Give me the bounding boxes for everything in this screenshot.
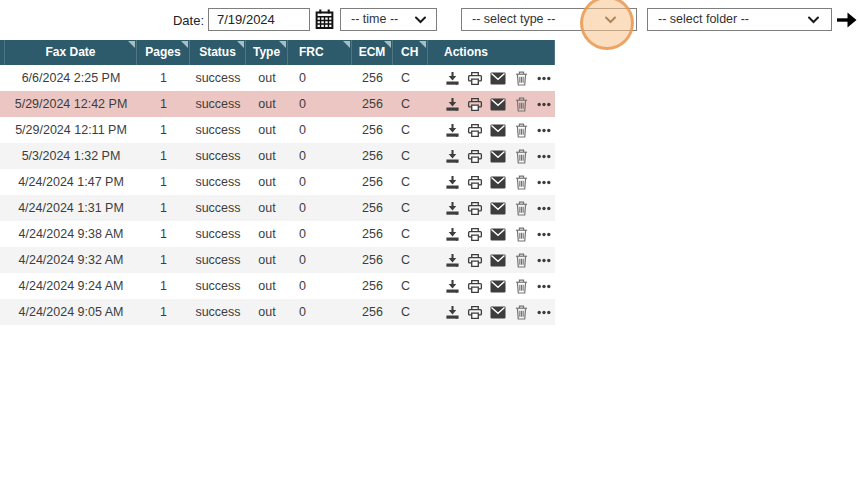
cell-ecm: 256 bbox=[352, 247, 393, 273]
cell-frc: 0 bbox=[288, 273, 352, 299]
column-header-frc[interactable]: FRC bbox=[288, 40, 352, 65]
cell-status: success bbox=[190, 91, 246, 117]
date-input[interactable] bbox=[208, 8, 310, 31]
delete-button[interactable] bbox=[513, 174, 529, 190]
column-header-fax-date[interactable]: Fax Date bbox=[5, 40, 137, 65]
folder-select[interactable]: -- select folder -- bbox=[647, 8, 832, 31]
column-header-label: FRC bbox=[299, 45, 324, 59]
cell-fax-date: 5/29/2024 12:11 PM bbox=[5, 117, 137, 143]
print-button[interactable] bbox=[467, 200, 483, 216]
calendar-button[interactable] bbox=[314, 8, 336, 31]
delete-button[interactable] bbox=[513, 122, 529, 138]
column-header-type[interactable]: Type bbox=[246, 40, 288, 65]
cell-pages: 1 bbox=[137, 117, 190, 143]
table-row: 4/24/2024 9:38 AM1successout0256C bbox=[0, 221, 555, 247]
table-row: 4/24/2024 9:32 AM1successout0256C bbox=[0, 247, 555, 273]
print-button[interactable] bbox=[467, 226, 483, 242]
delete-button[interactable] bbox=[513, 70, 529, 86]
delete-button[interactable] bbox=[513, 252, 529, 268]
column-header-pages[interactable]: Pages bbox=[137, 40, 190, 65]
time-select[interactable]: -- time -- bbox=[340, 8, 437, 31]
cell-ch: C bbox=[393, 65, 428, 91]
download-button[interactable] bbox=[444, 226, 460, 242]
more-button[interactable] bbox=[536, 252, 552, 268]
calendar-icon bbox=[314, 8, 336, 31]
cell-type: out bbox=[246, 65, 288, 91]
email-button[interactable] bbox=[490, 148, 506, 164]
cell-pages: 1 bbox=[137, 299, 190, 325]
column-header-ecm[interactable]: ECM bbox=[352, 40, 393, 65]
more-button[interactable] bbox=[536, 278, 552, 294]
delete-button[interactable] bbox=[513, 304, 529, 320]
download-button[interactable] bbox=[444, 122, 460, 138]
download-button[interactable] bbox=[444, 278, 460, 294]
print-button[interactable] bbox=[467, 96, 483, 112]
cell-type: out bbox=[246, 169, 288, 195]
more-button[interactable] bbox=[536, 96, 552, 112]
download-button[interactable] bbox=[444, 252, 460, 268]
print-button[interactable] bbox=[467, 70, 483, 86]
go-button[interactable] bbox=[836, 10, 858, 30]
download-button[interactable] bbox=[444, 200, 460, 216]
email-button[interactable] bbox=[490, 70, 506, 86]
more-icon bbox=[537, 154, 551, 159]
type-select-value: -- select type -- bbox=[472, 12, 555, 26]
email-button[interactable] bbox=[490, 174, 506, 190]
delete-button[interactable] bbox=[513, 96, 529, 112]
cell-actions bbox=[428, 299, 555, 325]
more-button[interactable] bbox=[536, 304, 552, 320]
cell-frc: 0 bbox=[288, 195, 352, 221]
more-button[interactable] bbox=[536, 226, 552, 242]
print-button[interactable] bbox=[467, 252, 483, 268]
column-header-ch[interactable]: CH bbox=[393, 40, 428, 65]
type-select[interactable]: -- select type -- bbox=[461, 8, 637, 31]
print-button[interactable] bbox=[467, 174, 483, 190]
email-button[interactable] bbox=[490, 278, 506, 294]
email-button[interactable] bbox=[490, 96, 506, 112]
cell-fax-date: 4/24/2024 9:38 AM bbox=[5, 221, 137, 247]
delete-button[interactable] bbox=[513, 200, 529, 216]
delete-icon bbox=[515, 253, 528, 268]
email-button[interactable] bbox=[490, 200, 506, 216]
cell-actions bbox=[428, 65, 555, 91]
cell-ecm: 256 bbox=[352, 273, 393, 299]
chevron-down-icon bbox=[415, 16, 426, 24]
download-button[interactable] bbox=[444, 96, 460, 112]
download-button[interactable] bbox=[444, 148, 460, 164]
email-icon bbox=[490, 228, 506, 241]
more-button[interactable] bbox=[536, 122, 552, 138]
more-button[interactable] bbox=[536, 200, 552, 216]
delete-button[interactable] bbox=[513, 278, 529, 294]
cell-ecm: 256 bbox=[352, 91, 393, 117]
delete-icon bbox=[515, 175, 528, 190]
email-button[interactable] bbox=[490, 252, 506, 268]
cell-frc: 0 bbox=[288, 65, 352, 91]
delete-icon bbox=[515, 305, 528, 320]
download-icon bbox=[445, 149, 460, 164]
cell-ch: C bbox=[393, 247, 428, 273]
cell-ch: C bbox=[393, 195, 428, 221]
more-button[interactable] bbox=[536, 70, 552, 86]
cell-ch: C bbox=[393, 143, 428, 169]
download-button[interactable] bbox=[444, 304, 460, 320]
download-button[interactable] bbox=[444, 70, 460, 86]
column-header-actions[interactable]: Actions bbox=[428, 40, 555, 65]
email-button[interactable] bbox=[490, 304, 506, 320]
email-button[interactable] bbox=[490, 226, 506, 242]
email-button[interactable] bbox=[490, 122, 506, 138]
print-button[interactable] bbox=[467, 122, 483, 138]
more-icon bbox=[537, 310, 551, 315]
print-icon bbox=[467, 97, 483, 112]
download-button[interactable] bbox=[444, 174, 460, 190]
cell-status: success bbox=[190, 247, 246, 273]
more-button[interactable] bbox=[536, 148, 552, 164]
delete-button[interactable] bbox=[513, 148, 529, 164]
print-button[interactable] bbox=[467, 148, 483, 164]
print-button[interactable] bbox=[467, 278, 483, 294]
cell-ch: C bbox=[393, 117, 428, 143]
delete-button[interactable] bbox=[513, 226, 529, 242]
print-button[interactable] bbox=[467, 304, 483, 320]
cell-pages: 1 bbox=[137, 247, 190, 273]
column-header-status[interactable]: Status bbox=[190, 40, 246, 65]
more-button[interactable] bbox=[536, 174, 552, 190]
